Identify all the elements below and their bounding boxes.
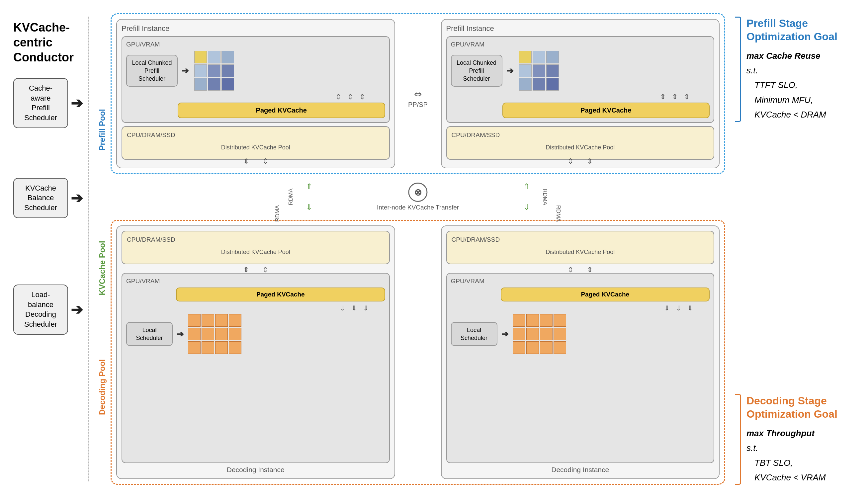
prefill-pool-label: Prefill Pool bbox=[94, 13, 110, 240]
decoding-st: s.t. bbox=[747, 441, 838, 455]
scheduler-item-3: Load-balanceDecodingScheduler ➔ bbox=[13, 285, 83, 335]
decoding-1-local-scheduler: LocalScheduler bbox=[126, 322, 173, 346]
arrow-1: ➔ bbox=[71, 95, 83, 112]
prefill-2-cpu-label: CPU/DRAM/SSD bbox=[451, 131, 709, 139]
arrow-ls-2: ➔ bbox=[501, 329, 509, 339]
ppsp-container: ⇔ PP/SP bbox=[403, 19, 433, 168]
kvcache-transfer-zone: RDMA ⇑ ⇓ ⇑ ⇓ RDMA bbox=[110, 179, 725, 215]
prefill-2-gpu-box: GPU/VRAM Local ChunkedPrefillScheduler ➔ bbox=[446, 36, 714, 123]
ppsp-arrows: ⇔ bbox=[414, 89, 422, 100]
decoding-instance-1-label: Decoding Instance bbox=[121, 466, 390, 474]
prefill-opt-text: max Cache Reuse s.t. TTFT SLO, Minimum M… bbox=[747, 49, 838, 122]
decoding-item-1: TBT SLO, bbox=[747, 456, 838, 470]
pool-labels-col: Prefill Pool KVCache Pool Decoding Pool bbox=[94, 13, 110, 485]
main-container: KVCache-centricConductor Cache-awarePref… bbox=[0, 0, 868, 498]
arrow-up-down-1a: ⇕ bbox=[336, 93, 341, 101]
decoding-stage-annotation: Decoding StageOptimization Goal max Thro… bbox=[735, 394, 858, 485]
prefill-instance-2-label: Prefill Instance bbox=[446, 24, 714, 33]
prefill-2-paged-kvcache: Paged KVCache bbox=[502, 103, 710, 118]
rdma-label-1: RDMA bbox=[288, 188, 294, 205]
arrow-up-down-2c: ⇕ bbox=[684, 93, 690, 101]
prefill-st: s.t. bbox=[747, 63, 838, 78]
v-arrow-p1-2: ⇕ bbox=[262, 157, 268, 166]
prefill-1-lcps-box: Local ChunkedPrefillScheduler bbox=[126, 55, 177, 87]
decoding-1-cpu-label: CPU/DRAM/SSD bbox=[127, 236, 384, 243]
prefill-instance-1: Prefill Instance GPU/VRAM Local ChunkedP… bbox=[116, 19, 395, 168]
v-arrow-p1-1: ⇕ bbox=[243, 157, 249, 166]
prefill-2-blocks bbox=[519, 51, 559, 91]
prefill-1-cpu-box: CPU/DRAM/SSD Distributed KVCache Pool bbox=[121, 126, 390, 160]
decoding-2-dist-pool: Distributed KVCache Pool bbox=[451, 245, 709, 259]
transfer-cross-node: ⊗ Inter-node KVCache Transfer bbox=[377, 183, 459, 211]
prefill-1-cpu-label: CPU/DRAM/SSD bbox=[127, 131, 384, 139]
decoding-2-gpu-box: GPU/VRAM Paged KVCache ⇓ ⇓ ⇓ bbox=[446, 273, 714, 463]
decoding-1-paged-kvcache: Paged KVCache bbox=[176, 288, 385, 301]
ppsp-label: PP/SP bbox=[408, 101, 428, 108]
arrow-d2-down-a: ⇓ bbox=[664, 304, 670, 312]
cross-circle: ⊗ bbox=[408, 183, 428, 202]
decoding-1-token-blocks bbox=[188, 314, 241, 354]
decoding-spacer bbox=[403, 225, 433, 479]
decoding-2-token-blocks bbox=[513, 314, 566, 354]
load-balance-decoding-scheduler: Load-balanceDecodingScheduler bbox=[13, 285, 68, 335]
arrow-up-down-2a: ⇕ bbox=[660, 93, 666, 101]
rdma-left-container: RDMA ⇑ ⇓ bbox=[282, 179, 313, 215]
arrow-up-down-1c: ⇕ bbox=[359, 93, 365, 101]
prefill-item-2: Minimum MFU, bbox=[747, 93, 838, 107]
conductor-title: KVCache-centricConductor bbox=[13, 20, 83, 65]
decoding-2-local-scheduler: LocalScheduler bbox=[451, 322, 497, 346]
arrow-lcps-1: ➔ bbox=[182, 66, 189, 76]
v-arrow-p2-2: ⇕ bbox=[587, 157, 593, 166]
kvcache-balance-scheduler: KVCacheBalanceScheduler bbox=[13, 178, 68, 218]
prefill-instance-2: Prefill Instance GPU/VRAM Local ChunkedP… bbox=[441, 19, 720, 168]
rdma-bottom-left: RDMA bbox=[274, 205, 281, 222]
prefill-2-cpu-box: CPU/DRAM/SSD Distributed KVCache Pool bbox=[446, 126, 714, 160]
v-arrow-p2-1: ⇕ bbox=[567, 157, 574, 166]
prefill-1-gpu-label: GPU/VRAM bbox=[126, 41, 385, 48]
rdma-arrow-up-2: ⇑ bbox=[523, 182, 530, 191]
arrow-3: ➔ bbox=[71, 301, 83, 318]
kvcache-pool-label: KVCache Pool bbox=[94, 240, 110, 296]
arrow-d1-down-b: ⇓ bbox=[351, 304, 357, 312]
decoding-opt-main: max Throughput bbox=[747, 426, 838, 441]
decoding-1-cpu-box: CPU/DRAM/SSD Distributed KVCache Pool bbox=[121, 231, 390, 264]
prefill-stage-title: Prefill StageOptimization Goal bbox=[747, 17, 838, 43]
decoding-pool-region: CPU/DRAM/SSD Distributed KVCache Pool ⇕ … bbox=[110, 220, 725, 485]
arrow-d2-down-b: ⇓ bbox=[676, 304, 681, 312]
scheduler-item-1: Cache-awarePrefillScheduler ➔ bbox=[13, 78, 83, 128]
prefill-item-3: KVCache < DRAM bbox=[747, 107, 838, 122]
decoding-1-dist-pool: Distributed KVCache Pool bbox=[127, 245, 384, 259]
decoding-opt-text: max Throughput s.t. TBT SLO, KVCache < V… bbox=[747, 426, 838, 485]
decoding-1-gpu-box: GPU/VRAM Paged KVCache ⇓ ⇓ ⇓ bbox=[121, 273, 390, 463]
prefill-2-lcps-box: Local ChunkedPrefillScheduler bbox=[451, 55, 502, 87]
decoding-instance-2: CPU/DRAM/SSD Distributed KVCache Pool ⇕ … bbox=[441, 225, 720, 479]
rdma-bottom-right: RDMA bbox=[555, 205, 562, 222]
decoding-bracket bbox=[735, 394, 741, 485]
rdma-arrow-down-2: ⇓ bbox=[523, 202, 530, 212]
prefill-1-gpu-box: GPU/VRAM Local ChunkedPrefillScheduler ➔ bbox=[121, 36, 390, 123]
arrow-d1-down-a: ⇓ bbox=[340, 304, 345, 312]
decoding-2-paged-kvcache: Paged KVCache bbox=[501, 288, 710, 301]
arrow-d2-down-c: ⇓ bbox=[687, 304, 693, 312]
prefill-stage-annotation: Prefill StageOptimization Goal max Cache… bbox=[735, 17, 858, 122]
prefill-1-paged-kvcache: Paged KVCache bbox=[177, 103, 385, 118]
arrow-ls-1: ➔ bbox=[177, 329, 184, 339]
prefill-item-1: TTFT SLO, bbox=[747, 78, 838, 92]
prefill-instance-1-label: Prefill Instance bbox=[121, 24, 390, 33]
decoding-stage-title: Decoding StageOptimization Goal bbox=[747, 394, 838, 421]
rdma-right-container: ⇑ ⇓ RDMA bbox=[523, 179, 553, 215]
prefill-pool-region: Prefill Instance GPU/VRAM Local ChunkedP… bbox=[110, 13, 725, 174]
prefill-2-gpu-label: GPU/VRAM bbox=[451, 41, 710, 48]
arrow-lcps-2: ➔ bbox=[507, 66, 514, 76]
arrow-d1-down-c: ⇓ bbox=[363, 304, 369, 312]
prefill-opt-main: max Cache Reuse bbox=[747, 49, 838, 63]
right-annotation-panel: Prefill StageOptimization Goal max Cache… bbox=[725, 13, 858, 485]
rdma-label-2: RDMA bbox=[542, 188, 548, 205]
decoding-instance-1: CPU/DRAM/SSD Distributed KVCache Pool ⇕ … bbox=[116, 225, 395, 479]
decoding-pool-label: Decoding Pool bbox=[94, 296, 110, 485]
diagram-area: Prefill Instance GPU/VRAM Local ChunkedP… bbox=[110, 13, 725, 485]
arrow-up-down-1b: ⇕ bbox=[347, 93, 353, 101]
cache-aware-prefill-scheduler: Cache-awarePrefillScheduler bbox=[13, 78, 68, 128]
prefill-1-dist-pool: Distributed KVCache Pool bbox=[127, 141, 384, 154]
prefill-2-dist-pool: Distributed KVCache Pool bbox=[451, 141, 709, 154]
